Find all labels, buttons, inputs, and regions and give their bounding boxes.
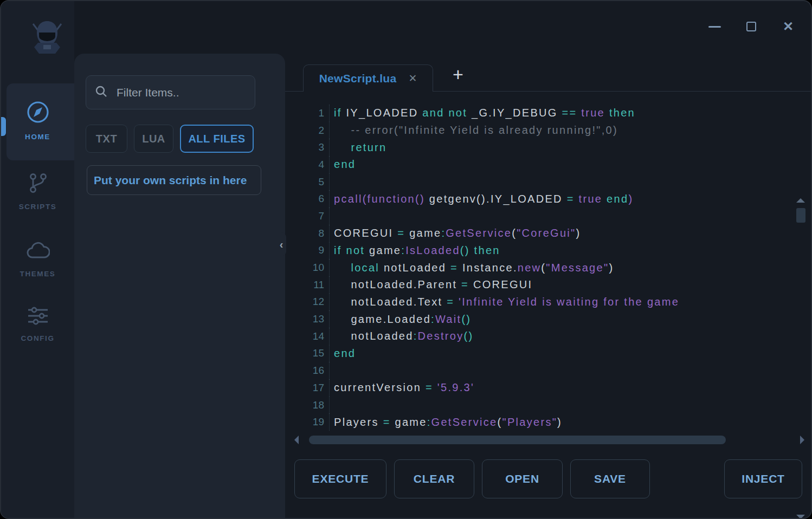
- code-line: 4end: [285, 156, 811, 173]
- sliders-icon: [1, 306, 74, 328]
- code-text: if not game:IsLoaded() then: [330, 242, 500, 260]
- editor-tabbar: NewScript.lua ✕ +: [285, 54, 811, 92]
- window: HOME SCRIPTS THEMES CONFIG ✕: [0, 0, 812, 519]
- tab-close-icon[interactable]: ✕: [408, 72, 417, 85]
- filter-all-files-button[interactable]: ALL FILES: [180, 125, 254, 153]
- new-tab-button[interactable]: +: [453, 65, 463, 83]
- cloud-icon: [1, 242, 74, 263]
- code-text: end: [330, 345, 356, 362]
- horizontal-scrollbar[interactable]: [294, 435, 804, 445]
- code-text: local notLoaded = Instance.new("Message"…: [330, 259, 614, 276]
- sidebar-item-scripts[interactable]: SCRIPTS: [1, 172, 74, 211]
- line-number: 19: [285, 413, 330, 431]
- vertical-scroll-thumb[interactable]: [796, 208, 805, 223]
- line-number: 6: [285, 190, 330, 207]
- line-number: 8: [285, 225, 330, 242]
- line-number: 14: [285, 328, 330, 345]
- code-line: 19Players = game:GetService("Players"): [285, 413, 811, 431]
- filter-txt-button[interactable]: TXT: [86, 125, 127, 153]
- code-text: pcall(function() getgenv().IY_LOADED = t…: [330, 190, 633, 207]
- code-text: [330, 173, 334, 191]
- line-number: 12: [285, 294, 330, 311]
- horizontal-scroll-thumb[interactable]: [309, 436, 726, 444]
- line-number: 2: [285, 122, 330, 139]
- filter-buttons: TXT LUA ALL FILES: [86, 125, 254, 153]
- sidebar-item-home[interactable]: HOME: [1, 100, 74, 141]
- code-line: 5: [285, 173, 811, 191]
- sidebar-item-label: THEMES: [1, 270, 74, 278]
- code-editor[interactable]: 1if IY_LOADED and not _G.IY_DEBUG == tru…: [285, 92, 811, 434]
- search-box[interactable]: [86, 75, 255, 109]
- sidebar-item-themes[interactable]: THEMES: [1, 242, 74, 278]
- line-number: 11: [285, 276, 330, 294]
- scroll-down-icon[interactable]: [796, 515, 805, 519]
- line-number: 4: [285, 156, 330, 173]
- code-text: return: [330, 139, 386, 156]
- code-text: [330, 207, 334, 225]
- code-line: 2 -- error("Infinite Yield is already ru…: [285, 122, 811, 139]
- scroll-right-icon[interactable]: [800, 436, 804, 444]
- clear-button[interactable]: CLEAR: [394, 459, 474, 498]
- line-number: 10: [285, 259, 330, 276]
- inject-button[interactable]: INJECT: [724, 459, 802, 498]
- code-text: [330, 397, 334, 414]
- search-icon: [95, 85, 108, 100]
- sidebar-item-config[interactable]: CONFIG: [1, 306, 74, 342]
- code-text: notLoaded.Parent = COREGUI: [330, 276, 532, 294]
- code-text: if IY_LOADED and not _G.IY_DEBUG == true…: [330, 105, 635, 122]
- filter-lua-button[interactable]: LUA: [134, 125, 173, 153]
- maximize-button[interactable]: [745, 19, 758, 34]
- sidebar-item-label: SCRIPTS: [1, 203, 74, 211]
- knight-helmet-icon: [31, 20, 63, 55]
- file-panel: TXT LUA ALL FILES Put your own scripts i…: [74, 54, 285, 518]
- app-logo: [31, 20, 63, 55]
- code-line: 16: [285, 362, 811, 379]
- code-text: Players = game:GetService("Players"): [330, 413, 562, 431]
- tab-title: NewScript.lua: [319, 72, 397, 85]
- line-number: 5: [285, 173, 330, 191]
- line-number: 16: [285, 362, 330, 379]
- open-button[interactable]: OPEN: [482, 459, 563, 498]
- code-line: 1if IY_LOADED and not _G.IY_DEBUG == tru…: [285, 105, 811, 122]
- code-line: 18: [285, 397, 811, 414]
- code-text: COREGUI = game:GetService("CoreGui"): [330, 225, 581, 242]
- action-buttons: EXECUTE CLEAR OPEN SAVE INJECT: [294, 459, 802, 498]
- code-line: 7: [285, 207, 811, 225]
- line-number: 1: [285, 105, 330, 122]
- script-list-item[interactable]: Put your own scripts in here: [87, 165, 261, 195]
- close-button[interactable]: ✕: [782, 19, 795, 34]
- chevron-left-icon: ‹: [280, 238, 283, 251]
- code-line: 11 notLoaded.Parent = COREGUI: [285, 276, 811, 294]
- scroll-up-icon[interactable]: [796, 198, 805, 203]
- window-controls: ✕: [708, 19, 795, 34]
- code-text: [330, 362, 334, 379]
- sidebar: HOME SCRIPTS THEMES CONFIG: [1, 1, 74, 518]
- code-line: 3 return: [285, 139, 811, 156]
- line-number: 7: [285, 207, 330, 225]
- code-text: notLoaded:Destroy(): [330, 328, 473, 345]
- code-line: 15end: [285, 345, 811, 362]
- line-number: 3: [285, 139, 330, 156]
- scroll-left-icon[interactable]: [294, 436, 299, 444]
- close-icon: ✕: [783, 20, 794, 33]
- code-line: 17currentVersion = '5.9.3': [285, 379, 811, 397]
- line-number: 13: [285, 310, 330, 328]
- maximize-icon: [746, 22, 756, 31]
- code-text: end: [330, 156, 356, 173]
- code-text: notLoaded.Text = 'Infinite Yield is wait…: [330, 294, 679, 311]
- sidebar-item-label: HOME: [1, 133, 74, 141]
- search-input[interactable]: [115, 86, 265, 100]
- tab-newscript[interactable]: NewScript.lua ✕: [303, 64, 433, 92]
- save-button[interactable]: SAVE: [570, 459, 650, 498]
- code-lines: 1if IY_LOADED and not _G.IY_DEBUG == tru…: [285, 92, 811, 431]
- line-number: 17: [285, 379, 330, 397]
- code-line: 6pcall(function() getgenv().IY_LOADED = …: [285, 190, 811, 207]
- line-number: 15: [285, 345, 330, 362]
- compass-icon: [1, 100, 74, 126]
- minimize-button[interactable]: [708, 19, 721, 34]
- execute-button[interactable]: EXECUTE: [294, 459, 386, 498]
- code-line: 14 notLoaded:Destroy(): [285, 328, 811, 345]
- sidebar-item-label: CONFIG: [1, 334, 74, 342]
- code-text: game.Loaded:Wait(): [330, 310, 471, 328]
- minimize-icon: [708, 26, 721, 28]
